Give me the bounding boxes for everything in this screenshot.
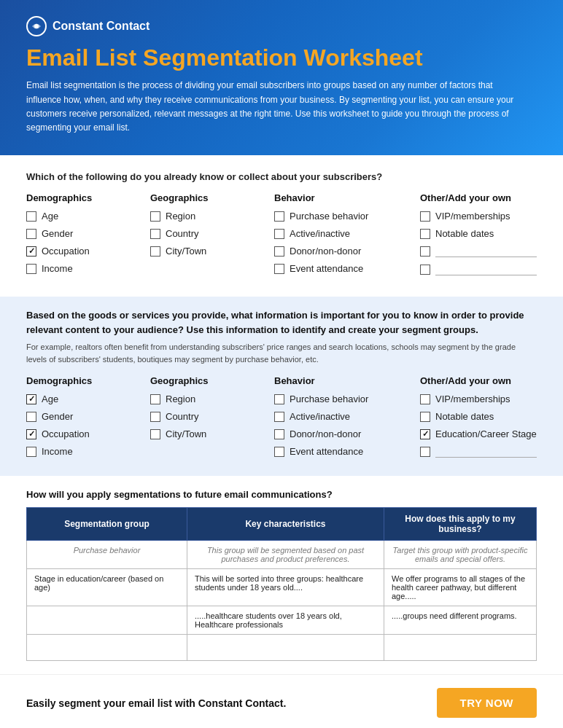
s2-age-checkbox[interactable]: ✓ [26, 394, 36, 404]
try-now-button[interactable]: TRY NOW [437, 688, 537, 718]
s1-behav-purchase[interactable]: Purchase behavior [274, 211, 420, 222]
s2-active-checkbox[interactable] [274, 412, 284, 422]
s1-occupation-checkbox[interactable]: ✓ [26, 246, 36, 257]
s2-demo-gender[interactable]: Gender [26, 411, 150, 422]
s2-gender-checkbox[interactable] [26, 412, 36, 422]
s1-geo-region[interactable]: Region [150, 211, 274, 222]
s2-vip-checkbox[interactable] [420, 394, 430, 404]
s2-purchase-checkbox[interactable] [274, 394, 284, 404]
section2-geo-header: Geographics [150, 375, 274, 386]
s2-other-blank1[interactable] [420, 446, 537, 458]
s1-other-blank2[interactable] [420, 264, 537, 275]
table-header-characteristics: Key characteristics [187, 508, 384, 541]
logo-icon [26, 16, 47, 36]
s1-blank1-checkbox[interactable] [420, 246, 430, 257]
s2-demo-income[interactable]: Income [26, 446, 150, 457]
section1-behav-header: Behavior [274, 192, 420, 203]
s1-city-checkbox[interactable] [150, 246, 160, 257]
s2-geo-region[interactable]: Region [150, 394, 274, 404]
s2-other-education[interactable]: ✓ Education/Career Stage [420, 428, 537, 439]
section2-demographics: Demographics ✓ Age Gender ✓ Occupation I… [26, 375, 150, 464]
s2-blank1-checkbox[interactable] [420, 447, 430, 457]
s2-behav-purchase[interactable]: Purchase behavior [274, 394, 420, 404]
s2-blank1-line[interactable] [435, 446, 537, 458]
svg-point-1 [34, 24, 39, 28]
s2-geo-country[interactable]: Country [150, 411, 274, 422]
s1-donor-checkbox[interactable] [274, 246, 284, 257]
s1-geo-country[interactable]: Country [150, 228, 274, 239]
table-cell-char-3: .....healthcare students over 18 years o… [187, 606, 384, 635]
section2-columns: Demographics ✓ Age Gender ✓ Occupation I… [26, 375, 537, 464]
s2-region-checkbox[interactable] [150, 394, 160, 404]
s2-demo-age[interactable]: ✓ Age [26, 394, 150, 404]
s1-purchase-checkbox[interactable] [274, 211, 284, 222]
s1-event-checkbox[interactable] [274, 264, 284, 274]
s2-education-checkbox[interactable]: ✓ [420, 429, 430, 439]
s1-age-checkbox[interactable] [26, 211, 36, 222]
s1-country-checkbox[interactable] [150, 229, 160, 239]
table-cell-group-4[interactable] [27, 635, 187, 661]
section1-demo-header: Demographics [26, 192, 150, 203]
s1-demo-gender[interactable]: Gender [26, 228, 150, 239]
s1-active-checkbox[interactable] [274, 229, 284, 239]
s2-city-checkbox[interactable] [150, 429, 160, 439]
section1-geographics: Geographics Region Country City/Town [150, 192, 274, 282]
header-title: Email List Segmentation Worksheet [26, 44, 537, 71]
table-cell-char-4[interactable] [187, 635, 384, 661]
header: Constant Contact Email List Segmentation… [0, 0, 563, 155]
table-row-cont: .....healthcare students over 18 years o… [27, 606, 537, 635]
s1-other-vip[interactable]: VIP/memberships [420, 211, 537, 222]
s2-behav-donor[interactable]: Donor/non-donor [274, 428, 420, 439]
s1-vip-checkbox[interactable] [420, 211, 430, 222]
header-description: Email list segmentation is the process o… [26, 79, 522, 135]
section2-question: Based on the goods or services you provi… [26, 308, 537, 337]
s2-notable-checkbox[interactable] [420, 412, 430, 422]
s2-other-vip[interactable]: VIP/memberships [420, 394, 537, 404]
table-row-education: Stage in education/career (based on age)… [27, 569, 537, 606]
section1-other: Other/Add your own VIP/memberships Notab… [420, 192, 537, 282]
s1-other-notable[interactable]: Notable dates [420, 228, 537, 239]
section3-question: How will you apply segmentations to futu… [26, 489, 537, 500]
table-cell-char-2: This will be sorted into three groups: h… [187, 569, 384, 606]
s1-geo-city[interactable]: City/Town [150, 246, 274, 257]
s2-demo-occupation[interactable]: ✓ Occupation [26, 428, 150, 439]
table-cell-group-3 [27, 606, 187, 635]
s2-behav-event[interactable]: Event attendance [274, 446, 420, 457]
section1-behavior: Behavior Purchase behavior Active/inacti… [274, 192, 420, 282]
table-cell-char-1: This group will be segmented based on pa… [187, 541, 384, 569]
s1-demo-occupation[interactable]: ✓ Occupation [26, 246, 150, 257]
s2-event-checkbox[interactable] [274, 447, 284, 457]
table-cell-app-1: Target this group with product-specific … [384, 541, 537, 569]
s1-gender-checkbox[interactable] [26, 229, 36, 239]
s1-behav-active[interactable]: Active/inactive [274, 228, 420, 239]
s1-notable-checkbox[interactable] [420, 229, 430, 239]
s1-region-checkbox[interactable] [150, 211, 160, 222]
s2-other-notable[interactable]: Notable dates [420, 411, 537, 422]
section2-behavior: Behavior Purchase behavior Active/inacti… [274, 375, 420, 464]
section1-demographics: Demographics Age Gender ✓ Occupation Inc… [26, 192, 150, 282]
table-cell-group-1: Purchase behavior [27, 541, 187, 569]
logo-row: Constant Contact [26, 16, 537, 36]
s1-demo-income[interactable]: Income [26, 263, 150, 274]
s1-blank2-checkbox[interactable] [420, 265, 430, 275]
s1-behav-donor[interactable]: Donor/non-donor [274, 246, 420, 257]
s2-income-checkbox[interactable] [26, 447, 36, 457]
s1-blank2-line[interactable] [435, 264, 537, 275]
s2-donor-checkbox[interactable] [274, 429, 284, 439]
s1-behav-event[interactable]: Event attendance [274, 263, 420, 274]
s2-country-checkbox[interactable] [150, 412, 160, 422]
s1-other-blank1[interactable] [420, 246, 537, 257]
section2-geographics: Geographics Region Country City/Town [150, 375, 274, 464]
table-cell-app-4[interactable] [384, 635, 537, 661]
s2-geo-city[interactable]: City/Town [150, 428, 274, 439]
logo-text: Constant Contact [53, 20, 150, 33]
s1-income-checkbox[interactable] [26, 264, 36, 274]
section2-other: Other/Add your own VIP/memberships Notab… [420, 375, 537, 464]
table-header-application: How does this apply to my business? [384, 508, 537, 541]
section2-behav-header: Behavior [274, 375, 420, 386]
s2-behav-active[interactable]: Active/inactive [274, 411, 420, 422]
s1-demo-age[interactable]: Age [26, 211, 150, 222]
section1-question: Which of the following do you already kn… [26, 171, 537, 182]
s1-blank1-line[interactable] [435, 246, 537, 257]
s2-occupation-checkbox[interactable]: ✓ [26, 429, 36, 439]
